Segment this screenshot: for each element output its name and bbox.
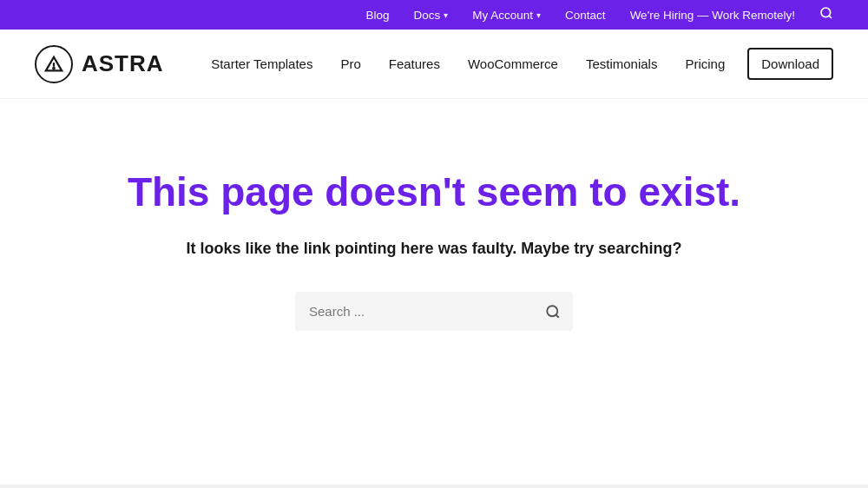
- logo[interactable]: ASTRA: [35, 45, 164, 83]
- top-nav-blog[interactable]: Blog: [366, 9, 390, 22]
- nav-pricing[interactable]: Pricing: [673, 49, 737, 78]
- top-nav-docs[interactable]: Docs ▾: [414, 9, 449, 22]
- svg-point-0: [821, 8, 831, 17]
- top-nav-hiring[interactable]: We're Hiring — Work Remotely!: [630, 9, 795, 22]
- nav-woocommerce[interactable]: WooCommerce: [456, 49, 570, 78]
- search-input[interactable]: [295, 292, 533, 331]
- nav-links: Starter Templates Pro Features WooCommer…: [199, 48, 833, 80]
- search-form: [295, 292, 573, 331]
- top-nav-contact[interactable]: Contact: [565, 9, 606, 22]
- nav-pro[interactable]: Pro: [328, 49, 372, 78]
- top-search-icon[interactable]: [819, 6, 833, 23]
- svg-line-1: [829, 16, 832, 18]
- error-page: This page doesn't seem to exist. It look…: [0, 99, 868, 418]
- main-nav: ASTRA Starter Templates Pro Features Woo…: [0, 30, 868, 99]
- my-account-chevron-icon: ▾: [536, 10, 541, 20]
- logo-icon: [35, 45, 73, 83]
- top-nav-my-account[interactable]: My Account ▾: [472, 9, 541, 22]
- nav-starter-templates[interactable]: Starter Templates: [199, 49, 325, 78]
- nav-features[interactable]: Features: [377, 49, 452, 78]
- logo-text: ASTRA: [82, 50, 164, 77]
- svg-point-5: [547, 306, 557, 316]
- docs-chevron-icon: ▾: [444, 10, 448, 20]
- error-title: This page doesn't seem to exist.: [128, 168, 740, 216]
- footer-bar: [0, 485, 868, 488]
- nav-testimonials[interactable]: Testimonials: [574, 49, 670, 78]
- svg-line-6: [556, 314, 558, 317]
- error-subtitle: It looks like the link pointing here was…: [187, 237, 682, 260]
- search-submit-button[interactable]: [533, 295, 573, 328]
- top-bar: Blog Docs ▾ My Account ▾ Contact We're H…: [0, 0, 868, 30]
- download-button[interactable]: Download: [747, 48, 833, 80]
- svg-point-4: [53, 67, 54, 68]
- search-submit-icon: [545, 304, 561, 320]
